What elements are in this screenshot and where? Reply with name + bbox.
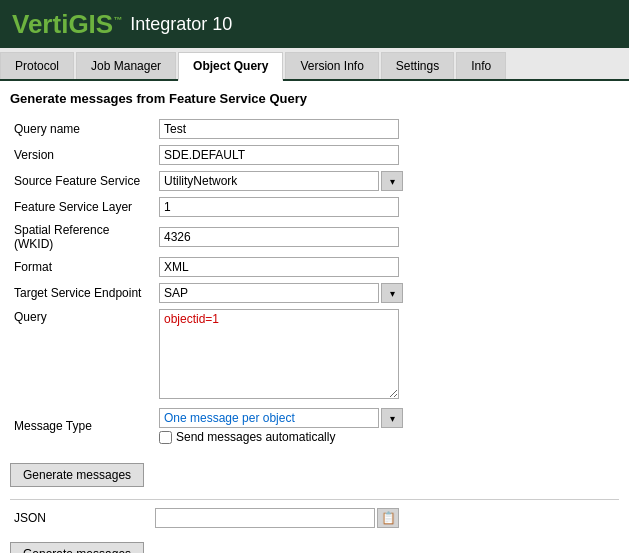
target-service-endpoint-cell: ▾: [155, 280, 619, 306]
section-title: Generate messages from Feature Service Q…: [10, 91, 619, 106]
source-feature-service-input[interactable]: [159, 171, 379, 191]
source-feature-service-row: Source Feature Service ▾: [10, 168, 619, 194]
feature-service-layer-row: Feature Service Layer: [10, 194, 619, 220]
source-feature-service-cell: ▾: [155, 168, 619, 194]
target-service-endpoint-row: Target Service Endpoint ▾: [10, 280, 619, 306]
tab-info[interactable]: Info: [456, 52, 506, 79]
target-service-endpoint-dropdown-btn[interactable]: ▾: [381, 283, 403, 303]
query-textarea[interactable]: [159, 309, 399, 399]
file-icon: 📋: [381, 511, 396, 525]
feature-service-layer-cell: [155, 194, 619, 220]
source-feature-service-label: Source Feature Service: [10, 168, 155, 194]
spatial-reference-cell: [155, 220, 619, 254]
feature-service-layer-label: Feature Service Layer: [10, 194, 155, 220]
tab-job-manager[interactable]: Job Manager: [76, 52, 176, 79]
spatial-reference-input[interactable]: [159, 227, 399, 247]
logo-gis: GIS: [68, 9, 113, 39]
dropdown-icon: ▾: [390, 176, 395, 187]
tab-settings[interactable]: Settings: [381, 52, 454, 79]
query-cell: [155, 306, 619, 405]
format-cell: [155, 254, 619, 280]
logo-tm: ™: [113, 15, 122, 25]
format-input[interactable]: [159, 257, 399, 277]
source-feature-service-dropdown-btn[interactable]: ▾: [381, 171, 403, 191]
send-auto-checkbox[interactable]: [159, 431, 172, 444]
app-header: VertiGIS™ Integrator 10: [0, 0, 629, 48]
json-input[interactable]: [155, 508, 375, 528]
app-title: Integrator 10: [130, 14, 232, 35]
spatial-reference-row: Spatial Reference (WKID): [10, 220, 619, 254]
target-service-endpoint-label: Target Service Endpoint: [10, 280, 155, 306]
format-row: Format: [10, 254, 619, 280]
spatial-reference-label: Spatial Reference (WKID): [10, 220, 155, 254]
generate-messages-button-1[interactable]: Generate messages: [10, 463, 144, 487]
message-type-input[interactable]: [159, 408, 379, 428]
query-name-row: Query name: [10, 116, 619, 142]
main-content: Generate messages from Feature Service Q…: [0, 81, 629, 553]
tab-version-info[interactable]: Version Info: [285, 52, 378, 79]
tab-bar: Protocol Job Manager Object Query Versio…: [0, 48, 629, 81]
json-file-btn[interactable]: 📋: [377, 508, 399, 528]
send-auto-row: Send messages automatically: [159, 430, 615, 444]
version-row: Version: [10, 142, 619, 168]
tab-protocol[interactable]: Protocol: [0, 52, 74, 79]
json-label: JSON: [10, 508, 155, 528]
dropdown-icon-2: ▾: [390, 288, 395, 299]
logo-verti: Verti: [12, 9, 68, 39]
json-row: JSON 📋: [10, 508, 619, 528]
version-cell: [155, 142, 619, 168]
query-row: Query: [10, 306, 619, 405]
query-name-cell: [155, 116, 619, 142]
send-auto-label: Send messages automatically: [176, 430, 335, 444]
query-name-input[interactable]: [159, 119, 399, 139]
tab-object-query[interactable]: Object Query: [178, 52, 283, 81]
logo: VertiGIS™: [12, 9, 130, 40]
version-label: Version: [10, 142, 155, 168]
query-label: Query: [10, 306, 155, 405]
target-service-endpoint-input[interactable]: [159, 283, 379, 303]
message-type-row: Message Type ▾ Send messages automatical…: [10, 405, 619, 447]
format-label: Format: [10, 254, 155, 280]
query-name-label: Query name: [10, 116, 155, 142]
message-type-label: Message Type: [10, 405, 155, 447]
divider: [10, 499, 619, 500]
form-table: Query name Version Source Feature Servic…: [10, 116, 619, 447]
generate-messages-button-2[interactable]: Generate messages: [10, 542, 144, 553]
dropdown-icon-3: ▾: [390, 413, 395, 424]
version-input[interactable]: [159, 145, 399, 165]
feature-service-layer-input[interactable]: [159, 197, 399, 217]
message-type-dropdown-btn[interactable]: ▾: [381, 408, 403, 428]
message-type-cell: ▾ Send messages automatically: [155, 405, 619, 447]
